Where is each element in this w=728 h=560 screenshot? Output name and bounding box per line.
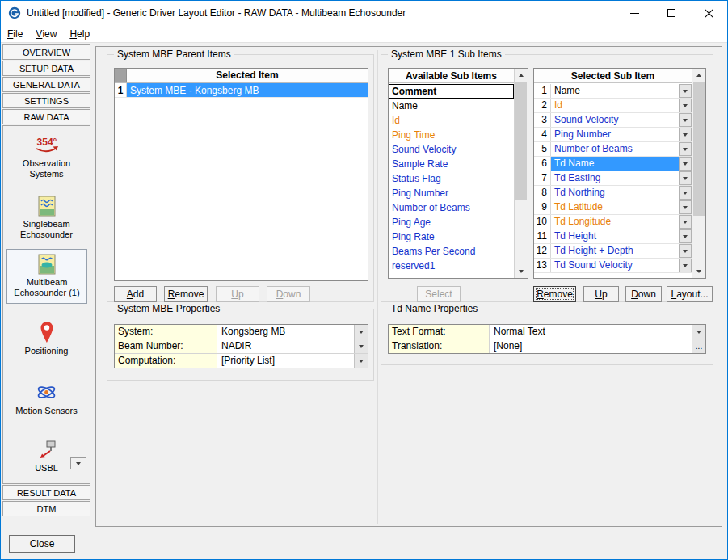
list-item[interactable]: Beams Per Second [389,244,514,259]
table-row[interactable]: 2 Id [534,99,692,113]
close-button[interactable]: Close [9,535,75,553]
table-row[interactable]: 8 Td Northing [534,186,692,200]
sidebar-item-result-data[interactable]: RESULT DATA [2,485,90,500]
dropdown-arrow-button[interactable] [354,339,368,353]
pane-splitter[interactable] [377,50,378,524]
row-dropdown-arrow[interactable] [679,229,692,243]
scrollbar-thumb[interactable] [693,82,705,216]
scrollbar-thumb[interactable] [515,82,527,200]
table-row[interactable]: 12 Td Height + Depth [534,244,692,259]
list-item[interactable]: Ping Age [389,215,514,229]
close-window-button[interactable] [690,1,727,25]
property-label: Translation: [389,339,490,353]
column-header: Selected Sub Item [534,69,692,83]
sidebar-item-multibeam-echosounder[interactable]: Multibeam Echosounder (1) [6,249,87,304]
row-number: 9 [534,200,551,214]
remove-button[interactable]: Remove [164,286,208,302]
add-button[interactable]: Add [114,286,157,302]
property-value[interactable]: NADIR [217,339,354,353]
minimize-icon [630,13,639,14]
row-dropdown-arrow[interactable] [679,215,692,229]
sidebar-item-observation-systems[interactable]: 354° Observation Systems [7,136,86,179]
sidebar-item-label: Observation Systems [7,158,86,179]
row-dropdown-arrow[interactable] [679,200,692,214]
list-item[interactable]: Sound Velocity [389,142,514,157]
remove-sub-item-button[interactable]: Remove [533,286,576,302]
sidebar-item-motion-sensors[interactable]: Motion Sensors [7,381,86,416]
chevron-down-icon [683,177,688,180]
property-row: System: Kongsberg MB [115,325,368,339]
ellipsis-button[interactable]: ... [692,339,705,353]
property-value[interactable]: [Priority List] [217,354,354,368]
sidebar-item-raw-data[interactable]: RAW DATA [2,109,90,124]
row-dropdown-arrow[interactable] [679,142,692,156]
list-item[interactable]: Status Flag [389,171,514,186]
table-row[interactable]: 3 Sound Velocity [534,113,692,128]
selected-table-scrollbar[interactable] [692,69,705,278]
row-dropdown-arrow[interactable] [679,259,692,272]
chevron-down-icon [359,331,364,334]
row-dropdown-arrow[interactable] [679,99,692,112]
sidebar-item-general-data[interactable]: GENERAL DATA [2,77,90,92]
down-sub-item-button[interactable]: Down [625,286,662,302]
table-row[interactable]: 11 Td Height [534,229,692,244]
list-item[interactable]: Number of Beams [389,200,514,215]
layout-button[interactable]: Layout... [667,286,713,302]
row-dropdown-arrow[interactable] [679,113,692,127]
sidebar-item-settings[interactable]: SETTINGS [2,93,90,108]
row-dropdown-arrow[interactable] [679,157,692,171]
menu-help[interactable]: Help [63,25,96,42]
list-item[interactable]: Comment [389,84,514,99]
table-row[interactable]: 10 Td Longitude [534,215,692,229]
sidebar-item-dtm[interactable]: DTM [2,501,90,516]
dropdown-arrow-button[interactable] [692,325,705,339]
property-value[interactable]: Normal Text [490,325,692,339]
list-item[interactable]: Ping Number [389,186,514,200]
list-item[interactable]: Ping Time [389,128,514,142]
menu-file[interactable]: File [1,25,29,42]
row-dropdown-arrow[interactable] [679,186,692,200]
available-list-scrollbar[interactable] [514,69,528,278]
list-item[interactable]: Sample Rate [389,157,514,171]
menu-view[interactable]: View [29,25,63,42]
list-item[interactable]: reserved1 [389,259,514,273]
table-row[interactable]: 5 Number of Beams [534,142,692,157]
up-sub-item-button[interactable]: Up [583,286,619,302]
table-row-selected[interactable]: 6 Td Name [534,157,692,171]
scroll-up-button[interactable] [515,69,528,82]
mbe-properties-group: System MBE Properties System: Kongsberg … [107,309,374,381]
table-row[interactable]: 9 Td Latitude [534,200,692,215]
property-value[interactable]: [None] [490,339,692,353]
parent-table-header: Selected Item [115,69,368,83]
table-row[interactable]: 13 Td Sound Velocity [534,259,692,273]
sidebar-item-singlebeam-echosounder[interactable]: Singlebeam Echosounder [7,196,86,240]
row-dropdown-arrow[interactable] [679,128,692,141]
scroll-up-button[interactable] [692,69,705,82]
table-row[interactable]: 1 Name [534,84,692,99]
row-dropdown-arrow[interactable] [679,171,692,185]
table-row[interactable]: 1 System MBE - Kongsberg MB [115,83,368,98]
singlebeam-echosounder-icon [7,196,86,217]
dropdown-arrow-button[interactable] [354,354,368,368]
scroll-down-button[interactable] [515,265,528,278]
scroll-down-icon [696,270,701,273]
sidebar-item-overview[interactable]: OVERVIEW [2,44,90,60]
maximize-button[interactable] [653,1,690,25]
sidebar-item-setup-data[interactable]: SETUP DATA [2,61,90,76]
list-item[interactable]: Id [389,113,514,128]
scroll-down-button[interactable] [692,265,705,278]
minimize-button[interactable] [616,1,653,25]
row-dropdown-arrow[interactable] [679,244,692,258]
window-controls [616,1,727,25]
category-scroll-down-button[interactable] [70,457,86,469]
row-dropdown-arrow[interactable] [679,84,692,98]
dropdown-arrow-button[interactable] [354,325,368,339]
property-value[interactable]: Kongsberg MB [217,325,354,339]
main-panel: System MBE Parent Items Selected Item 1 … [95,46,722,527]
titlebar: Untitled [modified] - Generic Driver Lay… [1,1,727,25]
sidebar-item-positioning[interactable]: Positioning [7,320,86,356]
list-item[interactable]: Name [389,99,514,113]
table-row[interactable]: 4 Ping Number [534,128,692,142]
table-row[interactable]: 7 Td Easting [534,171,692,186]
list-item[interactable]: Ping Rate [389,229,514,244]
